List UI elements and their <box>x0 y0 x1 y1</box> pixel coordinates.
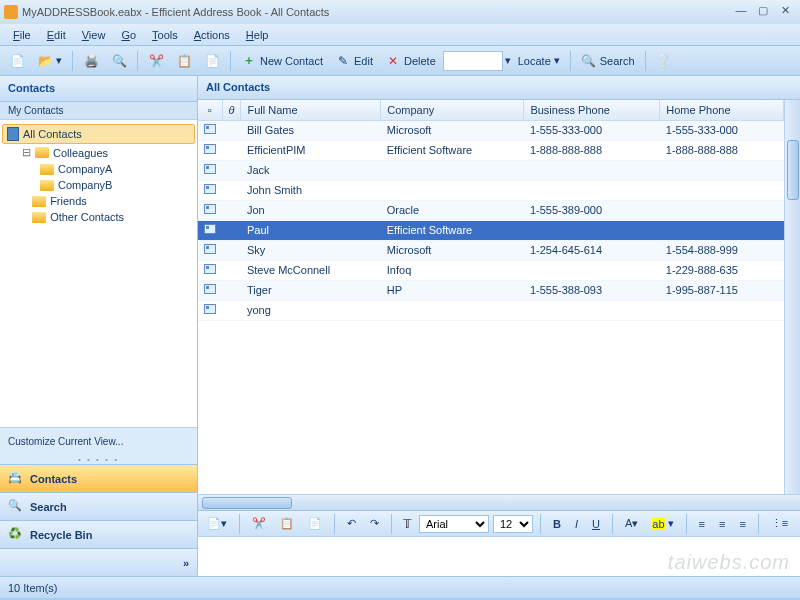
table-row[interactable]: JonOracle1-555-389-000 <box>198 200 784 220</box>
table-row[interactable]: Bill GatesMicrosoft1-555-333-0001-555-33… <box>198 120 784 140</box>
contact-icon <box>204 184 216 194</box>
scroll-thumb[interactable] <box>202 497 292 509</box>
table-row[interactable]: TigerHP1-555-388-0931-995-887-115 <box>198 280 784 300</box>
editor-area[interactable] <box>198 536 800 576</box>
copy-button[interactable]: 📋 <box>171 50 197 72</box>
table-row[interactable]: yong <box>198 300 784 320</box>
folder-icon <box>40 180 54 191</box>
table-row[interactable]: EfficientPIMEfficient Software1-888-888-… <box>198 140 784 160</box>
paste-icon: 📄 <box>204 53 220 69</box>
contacts-grid[interactable]: ▫ θ Full Name Company Business Phone Hom… <box>198 100 784 494</box>
bullets-button[interactable]: ⋮≡ <box>766 513 793 535</box>
font-size-select[interactable]: 12 <box>493 515 533 533</box>
tree-companyb[interactable]: CompanyB <box>2 177 195 193</box>
tree-other[interactable]: Other Contacts <box>2 209 195 225</box>
nav-search[interactable]: 🔍Search <box>0 492 197 520</box>
italic-button[interactable]: I <box>570 513 583 535</box>
customize-view-link[interactable]: Customize Current View... <box>0 427 197 455</box>
tree-all-contacts[interactable]: All Contacts <box>2 124 195 144</box>
contacts-icon: 📇 <box>8 471 24 487</box>
cell-bizphone: 1-254-645-614 <box>524 240 660 260</box>
menu-edit[interactable]: Edit <box>40 27 73 43</box>
print-preview-button[interactable]: 🔍 <box>106 50 132 72</box>
table-row[interactable]: Steve McConnellInfoq1-229-888-635 <box>198 260 784 280</box>
help-button[interactable]: ❔ <box>651 50 677 72</box>
menubar: File Edit View Go Tools Actions Help <box>0 24 800 46</box>
close-button[interactable]: ✕ <box>775 4 795 20</box>
print-button[interactable]: 🖨️ <box>78 50 104 72</box>
maximize-button[interactable]: ▢ <box>753 4 773 20</box>
scroll-thumb[interactable] <box>787 140 799 200</box>
table-row[interactable]: SkyMicrosoft1-254-645-6141-554-888-999 <box>198 240 784 260</box>
font-family-select[interactable]: Arial <box>419 515 489 533</box>
cell-bizphone: 1-555-389-000 <box>524 200 660 220</box>
table-row[interactable]: Jack <box>198 160 784 180</box>
vertical-scrollbar[interactable] <box>784 100 800 494</box>
menu-tools[interactable]: Tools <box>145 27 185 43</box>
highlight-button[interactable]: ab▾ <box>647 513 678 535</box>
splitter[interactable]: • • • • • <box>0 455 197 464</box>
expand-icon[interactable]: ⊟ <box>22 146 31 159</box>
fontcolor-button[interactable]: A▾ <box>620 513 643 535</box>
row-icon <box>198 300 222 320</box>
tree-companya[interactable]: CompanyA <box>2 161 195 177</box>
cell-name: EfficientPIM <box>241 140 381 160</box>
col-bizphone[interactable]: Business Phone <box>524 100 660 120</box>
col-company[interactable]: Company <box>381 100 524 120</box>
cell-name: Jon <box>241 200 381 220</box>
preview-icon: 🔍 <box>111 53 127 69</box>
editor-new-button[interactable]: 📄▾ <box>202 513 232 535</box>
cell-company: Infoq <box>381 260 524 280</box>
editor-paste-button[interactable]: 📄 <box>303 513 327 535</box>
new-contact-button[interactable]: ＋New Contact <box>236 50 328 72</box>
menu-go[interactable]: Go <box>114 27 143 43</box>
row-icon <box>198 220 222 240</box>
nav-contacts[interactable]: 📇Contacts <box>0 464 197 492</box>
delete-button[interactable]: ✕Delete <box>380 50 441 72</box>
align-center-button[interactable]: ≡ <box>714 513 730 535</box>
new-file-button[interactable]: 📄 <box>4 50 30 72</box>
search-button[interactable]: 🔍Search <box>576 50 640 72</box>
col-type[interactable]: ▫ <box>198 100 222 120</box>
nav-more[interactable]: » <box>0 548 197 576</box>
row-icon <box>198 260 222 280</box>
open-button[interactable]: 📂▾ <box>32 50 67 72</box>
plus-icon: ＋ <box>241 53 257 69</box>
bold-button[interactable]: B <box>548 513 566 535</box>
align-left-button[interactable]: ≡ <box>694 513 710 535</box>
menu-actions[interactable]: Actions <box>187 27 237 43</box>
cell-bizphone: 1-888-888-888 <box>524 140 660 160</box>
align-right-button[interactable]: ≡ <box>734 513 750 535</box>
cell-homephone <box>660 220 784 240</box>
editor-cut-button[interactable]: ✂️ <box>247 513 271 535</box>
row-icon <box>198 280 222 300</box>
underline-button[interactable]: U <box>587 513 605 535</box>
cell-homephone: 1-555-333-000 <box>660 120 784 140</box>
horizontal-scrollbar[interactable] <box>198 494 800 510</box>
filter-dropdown[interactable] <box>443 51 503 71</box>
folder-icon <box>32 212 46 223</box>
menu-help[interactable]: Help <box>239 27 276 43</box>
table-row[interactable]: PaulEfficient Software <box>198 220 784 240</box>
locate-button[interactable]: Locate ▾ <box>513 50 565 72</box>
col-attach[interactable]: θ <box>222 100 241 120</box>
editor-redo-button[interactable]: ↷ <box>365 513 384 535</box>
nav-recycle[interactable]: ♻️Recycle Bin <box>0 520 197 548</box>
minimize-button[interactable]: — <box>731 4 751 20</box>
col-homephone[interactable]: Home Phone <box>660 100 784 120</box>
content: All Contacts ▫ θ Full Name Company Busin… <box>198 76 800 576</box>
paste-button[interactable]: 📄 <box>199 50 225 72</box>
cell-homephone <box>660 200 784 220</box>
menu-view[interactable]: View <box>75 27 113 43</box>
col-fullname[interactable]: Full Name <box>241 100 381 120</box>
tree-friends[interactable]: Friends <box>2 193 195 209</box>
editor-copy-button[interactable]: 📋 <box>275 513 299 535</box>
contact-icon <box>204 284 216 294</box>
contact-icon <box>204 204 216 214</box>
edit-button[interactable]: ✎Edit <box>330 50 378 72</box>
menu-file[interactable]: File <box>6 27 38 43</box>
table-row[interactable]: John Smith <box>198 180 784 200</box>
tree-colleagues[interactable]: ⊟Colleagues <box>2 144 195 161</box>
cut-button[interactable]: ✂️ <box>143 50 169 72</box>
editor-undo-button[interactable]: ↶ <box>342 513 361 535</box>
